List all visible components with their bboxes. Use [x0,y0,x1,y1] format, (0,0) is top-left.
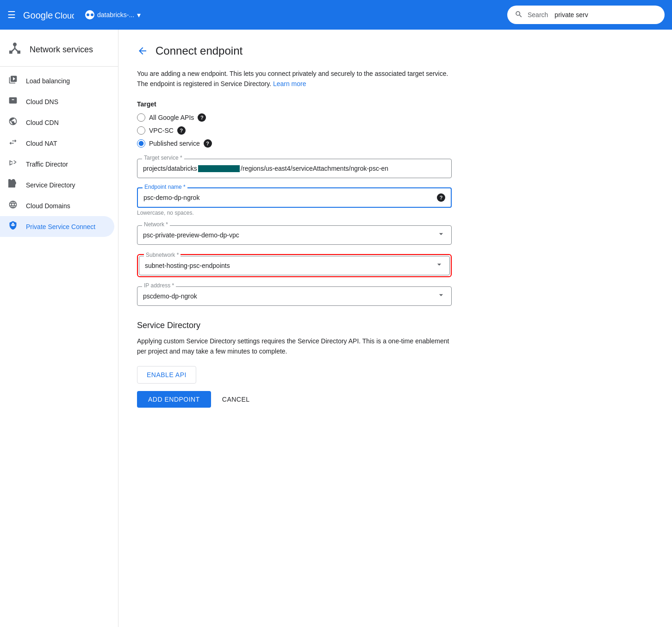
page-title: Connect endpoint [156,44,243,57]
target-service-label: Target service * [142,155,184,161]
sidebar-label-cloud-cdn: Cloud CDN [26,119,59,126]
ip-address-container: IP address * pscdemo-dp-ngrok [137,286,452,306]
action-buttons: ADD ENDPOINT CANCEL [137,391,452,408]
subnetwork-container: Subnetwork * subnet-hosting-psc-endpoint… [139,256,450,275]
cloud-domains-icon [7,200,19,211]
search-bar[interactable]: Search [507,6,665,24]
endpoint-name-field: Endpoint name * ? Lowercase, no spaces. [137,187,452,216]
service-directory-icon [7,179,19,191]
project-name: databricks-... [97,11,134,19]
radio-option-all-google-apis[interactable]: All Google APIs ? [137,113,452,122]
sidebar-title: Network services [30,44,93,55]
radio-label-vpc-sc: VPC-SC [149,127,174,134]
service-directory-section: Service Directory Applying custom Servic… [137,321,452,384]
layout: Network services Load balancing Cloud DN… [0,30,672,627]
cloud-cdn-icon [7,117,19,128]
endpoint-name-input[interactable] [143,192,431,203]
add-endpoint-button[interactable]: ADD ENDPOINT [137,391,211,408]
project-dots [87,13,93,16]
ip-address-dropdown-icon[interactable] [436,290,446,302]
svg-text:Cloud: Cloud [55,11,74,20]
network-container: Network * psc-private-preview-demo-dp-vp… [137,225,452,245]
sidebar-item-traffic-director[interactable]: Traffic Director [0,154,114,174]
sidebar-label-load-balancing: Load balancing [26,77,70,85]
network-value: psc-private-preview-demo-dp-vpc [143,230,416,241]
sidebar-item-private-service-connect[interactable]: Private Service Connect [0,216,114,237]
sidebar-label-service-directory: Service Directory [26,181,75,189]
target-service-value: projects/databricks■■■■■■■■■■■/regions/u… [143,163,416,174]
service-directory-title: Service Directory [137,321,452,330]
network-dropdown-icon[interactable] [436,229,446,241]
network-label: Network * [142,221,170,228]
radio-label-published-service: Published service [149,140,200,147]
sidebar-label-cloud-dns: Cloud DNS [26,98,58,106]
private-service-connect-icon [7,221,19,232]
sidebar-item-cloud-domains[interactable]: Cloud Domains [0,195,114,216]
load-balancing-icon [7,75,19,87]
radio-vpc-sc[interactable] [137,126,145,135]
project-selector[interactable]: databricks-... ▾ [85,10,141,19]
endpoint-name-hint: Lowercase, no spaces. [137,210,452,216]
sidebar-item-service-directory[interactable]: Service Directory [0,174,114,195]
endpoint-name-label: Endpoint name * [143,184,187,190]
description-text: You are adding a new endpoint. This lets… [137,68,452,89]
radio-label-all-google-apis: All Google APIs [149,114,194,121]
traffic-director-icon [7,158,19,170]
help-icon-published-service[interactable]: ? [204,139,212,148]
page-header: Connect endpoint [137,44,452,57]
main-content: Connect endpoint You are adding a new en… [118,30,470,627]
subnetwork-value: subnet-hosting-psc-endpoints [145,260,414,271]
cloud-nat-icon [7,137,19,149]
enable-api-button[interactable]: ENABLE API [137,366,196,384]
ip-address-value: pscdemo-dp-ngrok [143,291,416,302]
logo: Google Cloud [23,6,74,23]
help-icon-vpc-sc[interactable]: ? [177,126,186,135]
sidebar-item-cloud-cdn[interactable]: Cloud CDN [0,112,114,133]
search-label: Search [528,11,548,19]
project-icon [85,10,94,19]
sidebar-label-cloud-nat: Cloud NAT [26,140,57,147]
top-nav: ☰ Google Cloud databricks-... ▾ Search [0,0,672,30]
target-service-field: Target service * projects/databricks■■■■… [137,159,452,178]
back-button[interactable] [137,45,148,56]
radio-option-vpc-sc[interactable]: VPC-SC ? [137,126,452,135]
cancel-button[interactable]: CANCEL [217,391,255,408]
subnetwork-dropdown-icon[interactable] [435,260,444,271]
target-section: Target All Google APIs ? VPC-SC ? Publis… [137,100,452,148]
svg-text:Google: Google [23,10,53,20]
sidebar-label-private-service-connect: Private Service Connect [26,223,95,230]
network-services-icon [7,41,22,59]
search-input[interactable] [554,11,657,19]
cloud-dns-icon [7,96,19,107]
target-radio-group: All Google APIs ? VPC-SC ? Published ser… [137,113,452,148]
subnetwork-highlight-wrapper: Subnetwork * subnet-hosting-psc-endpoint… [137,254,452,277]
subnetwork-label: Subnetwork * [144,252,180,258]
target-section-title: Target [137,100,452,108]
ip-address-field: IP address * pscdemo-dp-ngrok [137,286,452,306]
sidebar-label-cloud-domains: Cloud Domains [26,202,70,210]
sidebar-header: Network services [0,33,118,67]
sidebar: Network services Load balancing Cloud DN… [0,30,118,627]
network-field: Network * psc-private-preview-demo-dp-vp… [137,225,452,245]
search-icon [515,10,523,20]
learn-more-link[interactable]: Learn more [273,80,306,87]
radio-option-published-service[interactable]: Published service ? [137,139,452,148]
help-icon-endpoint-name[interactable]: ? [437,193,445,202]
google-cloud-logo: Google Cloud [23,6,74,23]
sidebar-item-cloud-nat[interactable]: Cloud NAT [0,133,114,154]
target-service-container: Target service * projects/databricks■■■■… [137,159,452,178]
sidebar-item-cloud-dns[interactable]: Cloud DNS [0,91,114,112]
endpoint-name-container: Endpoint name * ? [137,187,452,208]
ip-address-label: IP address * [142,282,176,289]
help-icon-all-google-apis[interactable]: ? [198,113,206,122]
sidebar-label-traffic-director: Traffic Director [26,161,68,168]
radio-all-google-apis[interactable] [137,113,145,122]
service-directory-description: Applying custom Service Directory settin… [137,336,452,357]
sidebar-item-load-balancing[interactable]: Load balancing [0,70,114,91]
radio-published-service[interactable] [137,139,145,148]
menu-icon[interactable]: ☰ [7,9,16,20]
project-dropdown-icon[interactable]: ▾ [137,11,141,19]
